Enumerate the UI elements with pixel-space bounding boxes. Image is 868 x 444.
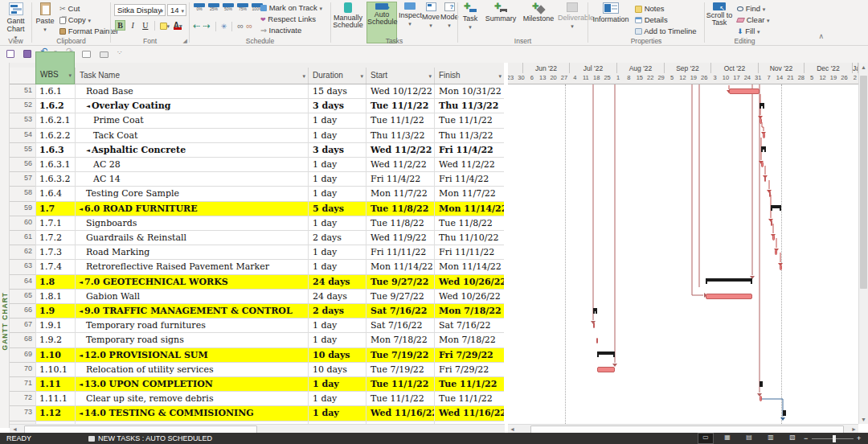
gantt-task-bar[interactable] bbox=[761, 162, 764, 167]
table-row[interactable]: 661.9◄9.0 TRAFFIC MANAGEMENT & CONTROL2 … bbox=[10, 304, 504, 319]
insert-summary-button[interactable]: ✚ Summary bbox=[482, 2, 519, 23]
cell-task-name[interactable]: ◄13.0 UPON COMPLETION bbox=[75, 377, 308, 392]
cell-duration[interactable]: 1 day bbox=[308, 172, 366, 187]
row-number[interactable]: 55 bbox=[10, 143, 35, 158]
cell-duration[interactable]: 3 days bbox=[308, 99, 366, 113]
table-row[interactable]: 731.12◄14.0 TESTING & COMMISIONING1 dayW… bbox=[10, 406, 504, 421]
cell-wbs[interactable]: 1.8 bbox=[35, 275, 75, 290]
cell-finish[interactable]: Tue 11/1/22 bbox=[434, 377, 504, 392]
cell-wbs[interactable]: 1.6.3 bbox=[35, 143, 75, 158]
view-shortcut-resource-sheet[interactable]: ▥ bbox=[764, 434, 778, 443]
gantt-summary-bar[interactable] bbox=[597, 352, 614, 357]
font-dialog-launcher-icon[interactable]: ◢ bbox=[183, 38, 187, 44]
mode-button[interactable]: ? Mode▾ bbox=[440, 2, 458, 30]
copy-button[interactable]: Copy ▾ bbox=[59, 15, 91, 24]
row-number[interactable]: 71 bbox=[10, 377, 35, 392]
cell-finish[interactable]: Fri 7/29/22 bbox=[434, 363, 504, 377]
table-row[interactable]: 591.7◄6.0 ROAD FURNITURE5 daysTue 11/8/2… bbox=[10, 202, 504, 216]
scroll-down-icon[interactable]: ▼ bbox=[861, 417, 866, 422]
cell-task-name[interactable]: Prime Coat bbox=[75, 113, 308, 128]
row-number[interactable]: 53 bbox=[10, 113, 35, 128]
gantt-summary-bar[interactable] bbox=[760, 381, 763, 387]
cell-duration[interactable]: 1 day bbox=[308, 260, 366, 274]
gantt-summary-bar[interactable] bbox=[783, 410, 786, 416]
underline-button[interactable]: U bbox=[140, 21, 150, 30]
cell-start[interactable]: Tue 11/8/22 bbox=[366, 202, 434, 216]
collapse-marker-icon[interactable]: ◄ bbox=[79, 352, 83, 359]
background-color-button[interactable]: ▾ bbox=[159, 21, 171, 30]
cell-finish[interactable]: Fri 11/11/22 bbox=[434, 245, 504, 260]
collapse-marker-icon[interactable]: ◄ bbox=[79, 279, 83, 286]
cell-start[interactable]: Fri 11/11/22 bbox=[366, 245, 434, 260]
cell-finish[interactable]: Sat 7/16/22 bbox=[434, 319, 504, 333]
font-color-button[interactable]: A▾ bbox=[173, 21, 183, 30]
scroll-left-icon[interactable]: ◄ bbox=[510, 426, 515, 432]
zoom-out-button[interactable]: − bbox=[804, 434, 808, 442]
gantt-task-bar[interactable] bbox=[596, 338, 599, 343]
cell-start[interactable]: Thu 11/3/22 bbox=[366, 129, 434, 143]
view-shortcut-report[interactable]: ▧ bbox=[785, 434, 800, 443]
cell-task-name[interactable]: Retroreflective Raised Pavement Marker bbox=[75, 260, 308, 274]
cell-task-name[interactable]: Road Marking bbox=[75, 245, 308, 260]
cell-task-name[interactable]: ◄12.0 PROVISIONAL SUM bbox=[75, 348, 308, 363]
manually-schedule-button[interactable]: Manually Schedule bbox=[331, 2, 365, 29]
cell-task-name[interactable]: ◄9.0 TRAFFIC MANAGEMENT & CONTROL bbox=[75, 304, 308, 319]
cell-task-name[interactable]: Clear up site, remove debris bbox=[75, 392, 308, 406]
cell-wbs[interactable]: 1.11 bbox=[35, 377, 75, 392]
scroll-left-icon[interactable]: ◄ bbox=[12, 426, 18, 432]
percent-complete-50-button[interactable]: 50% bbox=[222, 3, 235, 11]
row-number[interactable]: 56 bbox=[10, 158, 35, 172]
cell-finish[interactable]: Wed 10/26/22 bbox=[434, 290, 504, 304]
table-row[interactable]: 601.7.1Signboards1 dayTue 11/8/22Tue 11/… bbox=[10, 216, 504, 231]
table-row[interactable]: 561.6.3.1AC 281 dayWed 11/2/22Wed 11/2/2… bbox=[10, 158, 504, 172]
cell-duration[interactable]: 10 days bbox=[308, 363, 366, 377]
collapse-marker-icon[interactable]: ◄ bbox=[86, 147, 90, 154]
collapse-ribbon-icon[interactable]: ∧ bbox=[818, 32, 824, 40]
cell-finish[interactable]: Mon 10/31/22 bbox=[434, 84, 504, 99]
cell-finish[interactable]: Fri 11/4/22 bbox=[434, 143, 504, 158]
collapse-marker-icon[interactable]: ◄ bbox=[79, 381, 83, 388]
gantt-task-bar[interactable] bbox=[775, 249, 777, 255]
cell-task-name[interactable]: Temporary road signs bbox=[75, 333, 308, 347]
cell-start[interactable]: Mon 11/14/22 bbox=[366, 260, 434, 274]
cell-duration[interactable]: 5 days bbox=[308, 202, 366, 216]
cell-wbs[interactable]: 1.9.2 bbox=[35, 333, 75, 347]
respect-links-button[interactable]: ❤ Respect Links bbox=[260, 14, 316, 23]
outdent-task-icon[interactable]: ⇠ bbox=[193, 21, 200, 31]
cell-start[interactable]: Fri 11/4/22 bbox=[366, 172, 434, 187]
gantt-summary-bar[interactable] bbox=[761, 146, 766, 152]
cell-finish[interactable]: Wed 11/2/22 bbox=[434, 158, 504, 172]
cell-task-name[interactable]: Testing Core Sample bbox=[75, 187, 308, 201]
cell-task-name[interactable]: ◄7.0 GEOTECHNICAL WORKS bbox=[75, 275, 308, 290]
cell-start[interactable]: Tue 7/19/22 bbox=[366, 348, 434, 363]
cell-start[interactable]: Mon 7/18/22 bbox=[366, 333, 434, 347]
cell-task-name[interactable]: Temporary road furnitures bbox=[75, 319, 308, 333]
cell-duration[interactable]: 24 days bbox=[308, 290, 366, 304]
cell-wbs[interactable]: 1.10 bbox=[35, 348, 75, 363]
insert-task-button[interactable]: ✚ Task▾ bbox=[460, 2, 481, 31]
cell-task-name[interactable]: Relocation of utility services bbox=[75, 363, 308, 377]
cell-start[interactable]: Tue 11/1/22 bbox=[366, 99, 434, 113]
table-row[interactable]: 671.9.1Temporary road furnitures1 daySat… bbox=[10, 319, 504, 333]
cell-start[interactable]: Sat 7/16/22 bbox=[366, 319, 434, 333]
cell-wbs[interactable]: 1.9.1 bbox=[35, 319, 75, 333]
cell-task-name[interactable]: ◄Overlay Coating bbox=[75, 99, 308, 113]
row-number[interactable]: 61 bbox=[10, 231, 35, 245]
cell-task-name[interactable]: AC 14 bbox=[75, 172, 308, 187]
cell-start[interactable]: Tue 11/8/22 bbox=[366, 216, 434, 231]
cell-finish[interactable]: Tue 11/1/22 bbox=[434, 392, 504, 406]
save-icon[interactable] bbox=[23, 50, 31, 58]
find-button[interactable]: Find ▾ bbox=[737, 4, 765, 13]
mark-on-track-button[interactable]: Mark on Track ▾ bbox=[260, 3, 322, 12]
row-number[interactable]: 68 bbox=[10, 333, 35, 347]
italic-button[interactable]: I bbox=[128, 21, 138, 30]
percent-complete-75-button[interactable]: 75% bbox=[236, 3, 249, 11]
table-row[interactable]: 631.7.4Retroreflective Raised Pavement M… bbox=[10, 260, 504, 274]
row-number[interactable]: 66 bbox=[10, 304, 35, 319]
cell-finish[interactable]: Thu 11/3/22 bbox=[434, 99, 504, 113]
cut-button[interactable]: ✂ Cut bbox=[59, 4, 80, 13]
chart-vertical-scrollbar[interactable]: ▲ ▼ bbox=[858, 63, 868, 424]
table-row[interactable]: 721.11.1Clear up site, remove debris1 da… bbox=[10, 392, 504, 406]
scroll-to-task-button[interactable]: ↖ Scroll to Task bbox=[705, 2, 734, 27]
cell-wbs[interactable]: 1.7.1 bbox=[35, 216, 75, 231]
